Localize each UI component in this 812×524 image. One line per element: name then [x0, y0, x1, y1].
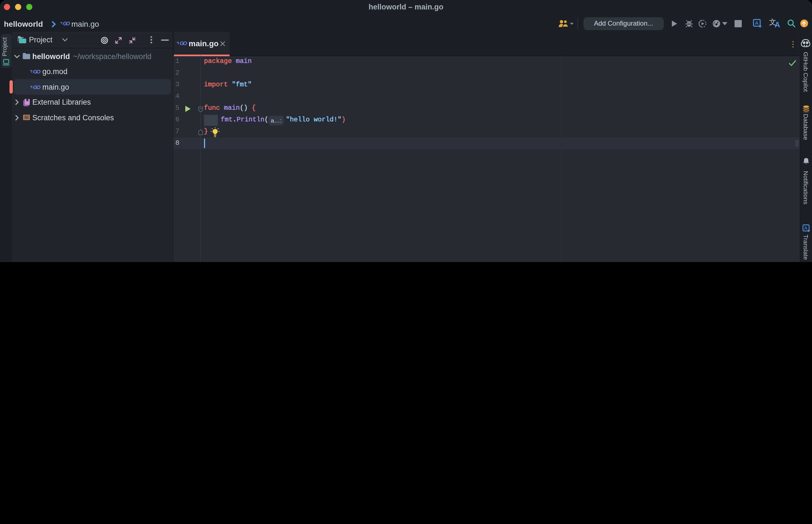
svg-text:GO: GO	[33, 84, 41, 90]
svg-text:GO: GO	[33, 68, 41, 74]
svg-text:A: A	[804, 225, 808, 231]
svg-text:A: A	[755, 20, 759, 26]
svg-text:GO: GO	[179, 40, 187, 46]
svg-text:GO: GO	[63, 21, 70, 27]
